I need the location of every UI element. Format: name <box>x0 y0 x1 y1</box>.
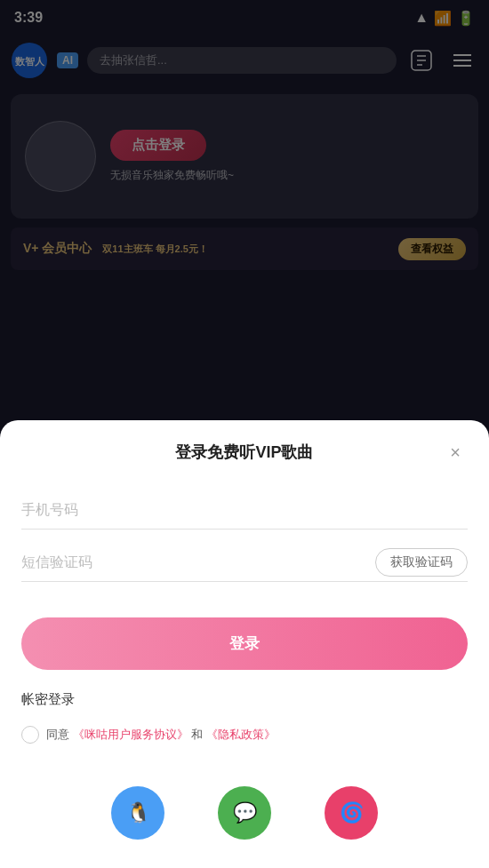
agreement-and-text: 和 <box>191 728 203 741</box>
qq-login-button[interactable]: 🐧 <box>111 786 164 840</box>
weibo-icon: 🌀 <box>337 799 365 827</box>
privacy-policy-link[interactable]: 《隐私政策》 <box>206 728 276 741</box>
phone-input[interactable] <box>21 491 468 530</box>
svg-text:💬: 💬 <box>233 800 258 824</box>
login-modal: 登录免费听VIP歌曲 × 获取验证码 登录 帐密登录 同意 《咪咕用户服务协议》… <box>0 420 489 868</box>
agreement-text: 同意 《咪咕用户服务协议》 和 《隐私政策》 <box>46 727 276 743</box>
agreement-checkbox[interactable] <box>21 726 39 744</box>
login-submit-button[interactable]: 登录 <box>21 617 468 670</box>
agreement-agree-text: 同意 <box>46 728 69 741</box>
social-login-row: 🐧 💬 🌀 <box>21 765 468 868</box>
svg-text:🌀: 🌀 <box>340 800 365 824</box>
agreement-row: 同意 《咪咕用户服务协议》 和 《隐私政策》 <box>21 726 468 765</box>
sms-row: 获取验证码 <box>21 544 468 582</box>
modal-close-button[interactable]: × <box>443 440 468 465</box>
qq-icon: 🐧 <box>124 799 152 827</box>
phone-field-group <box>21 491 468 530</box>
wechat-icon: 💬 <box>230 799 259 827</box>
modal-header: 登录免费听VIP歌曲 × <box>21 442 468 463</box>
account-login-link[interactable]: 帐密登录 <box>21 688 468 712</box>
service-agreement-link[interactable]: 《咪咕用户服务协议》 <box>73 728 188 741</box>
wechat-login-button[interactable]: 💬 <box>218 786 271 840</box>
modal-title: 登录免费听VIP歌曲 <box>175 442 313 463</box>
weibo-login-button[interactable]: 🌀 <box>325 786 378 840</box>
svg-text:🐧: 🐧 <box>126 800 151 824</box>
sms-input[interactable] <box>21 544 375 581</box>
get-code-button[interactable]: 获取验证码 <box>375 548 468 577</box>
